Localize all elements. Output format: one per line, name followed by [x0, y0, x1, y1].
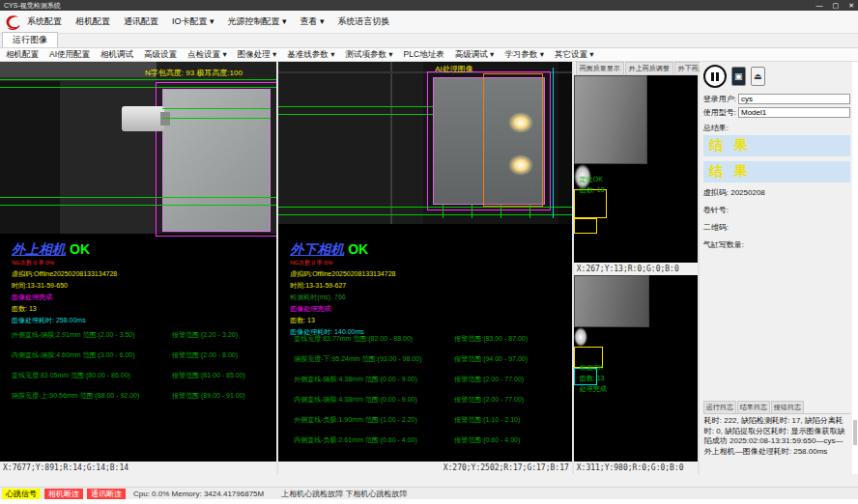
measurement-text: 内侧直线-负极:2.61mm 范围:(0.60 - 4.00)	[294, 435, 454, 445]
preview-bottom-text: 检测OK图数: 13处理完成	[580, 362, 607, 394]
menu-item[interactable]: 相机配置	[75, 15, 110, 28]
measurement-row: 隔膜宽度-下:95.24mm 范围:(93.00 - 98.00) 报警范围:(…	[294, 354, 570, 364]
toolbar-item[interactable]: 点检设置 ▾	[187, 49, 227, 61]
preview-top-image	[574, 75, 647, 164]
preview-bottom-image	[574, 275, 649, 327]
preview-tab[interactable]: 画面质量显示	[576, 62, 624, 74]
pause-button[interactable]	[703, 65, 727, 88]
main-area: N字包高度: 93 极耳高度:100 外上相机OK NG次数:0 率:0% 虚拟…	[0, 62, 858, 474]
camera-panel-mid: AI处理图像 外下相机OK NG次数:0 率:0% 虚拟码:Offline202…	[278, 62, 572, 474]
tab-run-image[interactable]: 运行图像	[2, 32, 58, 47]
coord-readout-left: X:7677;Y:891;R:14;G:14;B:14	[0, 462, 276, 474]
measurement-text: 直线宽度:83.05mm 范围:(80.00 - 86.00)	[12, 371, 172, 380]
toolbar-item[interactable]: PLC地址表	[404, 49, 444, 61]
menu-item[interactable]: 系统语言切换	[338, 15, 390, 28]
measurement-row: 外侧直线-负极:1.90mm 范围:(1.00 - 2.20) 报警范围:(1.…	[294, 415, 570, 425]
close-icon[interactable]: ✕	[848, 2, 854, 10]
log-text: 耗时: 222, 缺陷检测耗时: 17, 缺陷分离耗时: 0, 缺陷提取分区耗时…	[703, 414, 850, 474]
maximize-icon[interactable]: ▢	[833, 2, 840, 10]
status-text: 图像处理完成	[290, 303, 395, 315]
log-tab[interactable]: 运行日志	[703, 401, 736, 413]
measurement-row: 内侧直线-隔膜:4.60mm 范围:(3.00 - 6.00) 报警范围:(2.…	[12, 350, 274, 360]
measurement-alarm: 报警范围:(2.20 - 3.20)	[172, 330, 238, 340]
toolbar-item[interactable]: 基准线参数 ▾	[287, 49, 334, 61]
status-bar: 心跳信号 相机断连 通讯断连 Cpu: 0.0% Memory: 3424.41…	[0, 487, 858, 499]
roi-box-yellow	[574, 218, 597, 234]
camera-mid-viewport[interactable]: AI处理图像 外下相机OK NG次数:0 率:0% 虚拟码:Offline202…	[278, 62, 572, 462]
camera-status-badge: 相机断连	[44, 489, 83, 499]
preview-view-top[interactable]: 定位OK图数: 13	[574, 75, 698, 263]
sidebar-field-label: 虚拟码: 20250208	[703, 187, 850, 198]
mid-image-annotation: AI处理图像	[435, 64, 473, 74]
window-title: CYS-视觉检测系统	[4, 1, 816, 11]
measurement-row: 直线宽度:83.05mm 范围:(80.00 - 86.00) 报警范围:(81…	[12, 371, 274, 380]
camera-left-info: NG次数:0 率:0% 虚拟码:Offline20250208133134728…	[12, 257, 117, 326]
menu-item[interactable]: 系统配置	[27, 15, 62, 28]
status-text: 图像处理完成	[12, 292, 117, 303]
menu-bar: 系统配置相机配置通讯配置IO卡配置 ▾光源控制配置 ▾查看 ▾系统语言切换	[0, 11, 858, 34]
login-user-label: 登录用户:	[703, 94, 736, 104]
toolbar-item[interactable]: 图像处理 ▾	[238, 49, 277, 61]
log-tab[interactable]: 结果日志	[737, 401, 770, 413]
toolbar-item[interactable]: 其它设置 ▾	[555, 49, 594, 61]
preview-text-line: 处理完成	[580, 383, 607, 394]
preview-column: 画面质量显示外上画质调整外下画质调整 定位OK图数: 13 X:267;Y:13…	[574, 62, 698, 474]
menu-item[interactable]: IO卡配置 ▾	[172, 15, 214, 28]
measurement-row: 内侧直线-负极:2.61mm 范围:(0.60 - 4.00) 报警范围:(0.…	[294, 435, 570, 445]
camera-mid-name: 外下相机	[290, 241, 344, 257]
barcode-text: 虚拟码:Offline20250208133134728	[12, 268, 117, 280]
log-tab[interactable]: 报错日志	[771, 401, 804, 413]
measurement-text: 隔膜宽度-上:90.56mm 范围:(88.00 - 92.00)	[12, 391, 172, 401]
measurement-row: 外侧直线-隔膜:2.91mm 范围:(2.00 - 3.50) 报警范围:(2.…	[12, 330, 274, 340]
measurement-alarm: 报警范围:(83.00 - 87.00)	[454, 334, 528, 344]
pause-icon	[711, 72, 714, 81]
toolbar-item[interactable]: AI使用配置	[49, 49, 90, 61]
camera-left-viewport[interactable]: N字包高度: 93 极耳高度:100 外上相机OK NG次数:0 率:0% 虚拟…	[0, 62, 276, 462]
toolbar-item[interactable]: 相机调试	[100, 49, 133, 61]
sidebar-scrollbar[interactable]	[852, 62, 858, 474]
menu-item[interactable]: 通讯配置	[124, 15, 158, 28]
preview-text-line: 定位OK	[580, 174, 605, 184]
measurement-text: 外侧直线-隔膜:2.91mm 范围:(2.00 - 3.50)	[12, 330, 172, 340]
total-result-label: 总结果:	[703, 123, 850, 133]
measurement-alarm: 报警范围:(2.00 - 8.00)	[172, 350, 238, 360]
fault-readout: 上相机心跳检故障 下相机心跳检故障	[281, 489, 407, 499]
frame-count: 图数: 13	[290, 315, 395, 326]
menu-item[interactable]: 查看 ▾	[300, 15, 325, 28]
camera-left-name: 外上相机	[12, 241, 66, 257]
camera-mid-image: AI处理图像	[278, 62, 572, 224]
measurement-alarm: 报警范围:(94.00 - 97.00)	[454, 354, 528, 364]
menu-item[interactable]: 光源控制配置 ▾	[228, 15, 287, 28]
login-user-field[interactable]	[738, 94, 850, 104]
bottom-gap	[0, 474, 858, 487]
toolbar-item[interactable]: 高级调试 ▾	[455, 49, 495, 61]
heartbeat-status-badge: 心跳信号	[2, 489, 41, 499]
app-window: CYS-视觉检测系统 — ▢ ✕ 系统配置相机配置通讯配置IO卡配置 ▾光源控制…	[0, 0, 858, 504]
toolbar-item[interactable]: 学习参数 ▾	[504, 49, 544, 61]
ng-info: NG次数:0 率:0%	[12, 257, 117, 268]
preview-tabs: 画面质量显示外上画质调整外下画质调整	[574, 62, 698, 75]
measurement-alarm: 报警范围:(2.00 - 77.00)	[454, 395, 524, 405]
measurement-text: 外侧直线-负极:1.90mm 范围:(1.00 - 2.20)	[294, 415, 454, 425]
measurement-row: 直线宽度:83.77mm 范围:(82.00 - 88.00) 报警范围:(83…	[294, 334, 570, 344]
toolbar-item[interactable]: 相机配置	[6, 49, 39, 61]
measurement-row: 外侧直线-隔膜:4.38mm 范围:(0.00 - 9.00) 报警范围:(2.…	[294, 375, 570, 384]
toolbar-item[interactable]: 高级设置	[144, 49, 177, 61]
preview-top-text: 定位OK图数: 13	[580, 174, 605, 195]
toolbar-item[interactable]: 测试项参数 ▾	[345, 49, 392, 61]
measurement-alarm: 报警范围:(0.60 - 4.00)	[454, 435, 520, 445]
bottom-margin	[0, 499, 858, 504]
camera-panel-left: N字包高度: 93 极耳高度:100 外上相机OK NG次数:0 率:0% 虚拟…	[0, 62, 276, 474]
camera-button[interactable]: ▣	[731, 67, 746, 86]
scrollbar-thumb[interactable]	[853, 420, 857, 445]
measurement-text: 隔膜宽度-下:95.24mm 范围:(93.00 - 98.00)	[294, 354, 454, 364]
eject-button[interactable]: ⏏	[751, 67, 765, 86]
frame-count: 图数: 13	[12, 303, 117, 315]
measurement-row: 隔膜宽度-上:90.56mm 范围:(88.00 - 92.00) 报警范围:(…	[12, 391, 274, 401]
coord-readout-preview-bottom: X:311;Y:980;R:0;G:0;B:0	[574, 462, 698, 474]
preview-view-bottom[interactable]: 检测OK图数: 13处理完成	[574, 275, 698, 462]
minimize-icon[interactable]: —	[816, 2, 823, 10]
model-field[interactable]	[738, 107, 850, 118]
sidebar-field-label: 卷针号:	[703, 205, 850, 215]
preview-tab[interactable]: 外上画质调整	[625, 62, 673, 74]
